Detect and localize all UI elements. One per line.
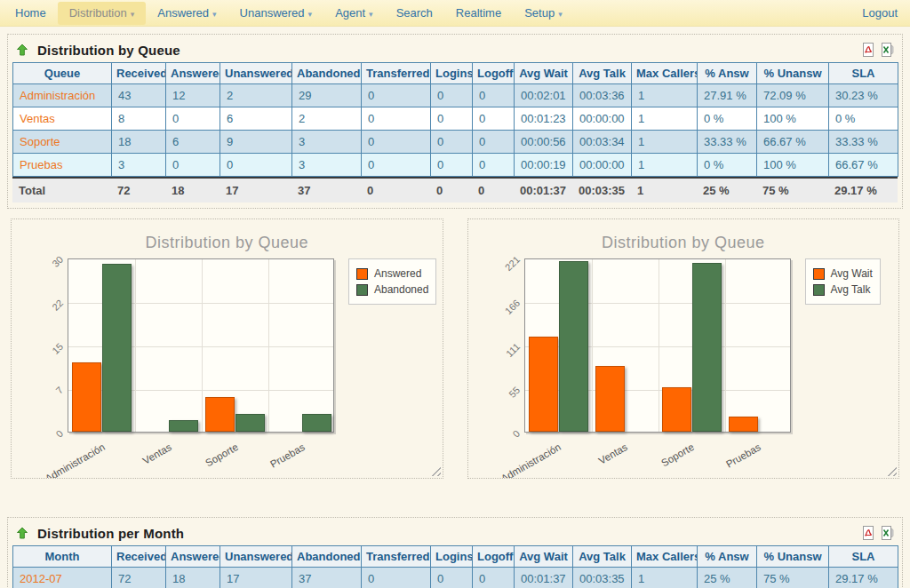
bar-abandoned-ventas — [169, 420, 198, 432]
column-header-unanswered: Unanswered — [220, 546, 292, 568]
excel-export-icon[interactable] — [880, 526, 894, 540]
cell: 00:00:56 — [515, 131, 573, 154]
cell: 75 % — [757, 568, 829, 588]
bar-abandoned-pruebas — [302, 414, 331, 432]
section-title: Distribution by Queue — [37, 43, 180, 58]
chart-title: Distribution by Queue — [468, 234, 899, 252]
cell: 0 — [473, 84, 515, 107]
pdf-export-icon[interactable] — [861, 526, 875, 540]
cell: 2 — [292, 107, 362, 131]
chevron-down-icon: ▾ — [131, 10, 135, 19]
cell: 0 — [362, 84, 431, 107]
cell: 43 — [112, 84, 166, 107]
nav-item-answered[interactable]: Answered▾ — [146, 2, 228, 25]
data-table: QueueReceivedAnsweredUnansweredAbandoned… — [12, 62, 898, 177]
column-header-transferred: Transferred — [362, 546, 431, 568]
nav-item-distribution[interactable]: Distribution▾ — [58, 2, 147, 25]
legend-label: Avg Wait — [831, 267, 873, 280]
bar-avg-talk-soporte — [692, 263, 722, 432]
y-axis-tick-label: 15 — [32, 341, 65, 374]
column-header--answ: % Answ — [698, 546, 757, 568]
column-header-received: Received — [112, 63, 166, 84]
total-label: Total — [12, 178, 111, 203]
nav-item-search[interactable]: Search — [385, 2, 444, 25]
legend-swatch — [356, 284, 368, 296]
nav-item-home[interactable]: Home — [4, 2, 58, 25]
resize-handle-icon[interactable] — [887, 466, 897, 476]
cell: 100 % — [757, 107, 829, 131]
nav-logout[interactable]: Logout — [862, 6, 898, 20]
cell: 1 — [632, 107, 698, 131]
total-cell: 0 — [361, 178, 430, 203]
arrow-up-icon[interactable] — [15, 526, 29, 540]
cell: 100 % — [757, 154, 829, 177]
nav-item-setup[interactable]: Setup▾ — [513, 2, 574, 25]
column-header-answered: Answered — [166, 63, 220, 84]
queue-link[interactable]: Ventas — [13, 107, 112, 131]
section-distribution-per-month: Distribution per Month MonthReceivedAnsw… — [7, 517, 903, 588]
nav-item-label: Answered — [157, 6, 209, 20]
column-header-logins: Logins — [431, 546, 473, 568]
month-link[interactable]: 2012-07 — [13, 568, 112, 588]
nav-item-agent[interactable]: Agent▾ — [323, 2, 385, 25]
table-row: Pruebas300300000:00:1900:00:0010 %100 %6… — [13, 154, 898, 177]
cell: 9 — [220, 131, 292, 154]
y-axis-tick-label: 0 — [32, 428, 65, 461]
excel-export-icon[interactable] — [880, 43, 894, 57]
total-cell: 1 — [631, 178, 697, 203]
cell: 12 — [166, 84, 220, 107]
total-cell: 00:01:37 — [514, 178, 572, 203]
cell: 0 — [362, 568, 431, 588]
total-row: Total7218173700000:01:3700:03:35125 %75 … — [12, 178, 898, 203]
header-row: QueueReceivedAnsweredUnansweredAbandoned… — [13, 63, 898, 84]
cell: 1 — [632, 154, 698, 177]
cell: 0 % — [698, 154, 757, 177]
chevron-down-icon: ▾ — [369, 10, 373, 19]
resize-handle-icon[interactable] — [431, 466, 441, 476]
cell: 37 — [292, 568, 362, 588]
chart-times-by-queue: Distribution by Queue055111166221Adminis… — [467, 219, 900, 479]
queue-link[interactable]: Soporte — [13, 131, 112, 154]
total-cell: 37 — [291, 178, 361, 203]
cell: 00:03:34 — [573, 131, 632, 154]
cell: 0 — [362, 154, 431, 177]
legend-item: Avg Wait — [813, 267, 873, 280]
section-header: Distribution by Queue — [12, 39, 898, 60]
chevron-down-icon: ▾ — [558, 10, 563, 19]
section-title: Distribution per Month — [37, 526, 184, 541]
nav-item-label: Agent — [335, 6, 365, 20]
total-cell: 75 % — [756, 178, 828, 203]
cell: 66.67 % — [757, 131, 829, 154]
section-distribution-by-queue: Distribution by Queue QueueReceivedAnswe… — [7, 34, 903, 209]
column-header-max-callers: Max Callers — [632, 63, 698, 84]
cell: 3 — [292, 131, 362, 154]
nav-item-label: Unanswered — [240, 6, 305, 20]
column-header-unanswered: Unanswered — [220, 63, 292, 84]
pdf-export-icon[interactable] — [861, 43, 875, 57]
cell: 18 — [166, 568, 220, 588]
table-row: Soporte1869300000:00:5600:03:34133.33 %6… — [13, 131, 898, 154]
cell: 00:00:00 — [573, 154, 632, 177]
legend-label: Answered — [374, 267, 421, 280]
cell: 3 — [292, 154, 362, 177]
legend-label: Avg Talk — [831, 283, 871, 296]
data-table: MonthReceivedAnsweredUnansweredAbandoned… — [12, 545, 898, 588]
arrow-up-icon[interactable] — [15, 43, 29, 57]
y-axis-tick-label: 30 — [32, 254, 65, 287]
cell: 6 — [220, 107, 292, 131]
chart-plot-area — [524, 258, 791, 433]
cell: 00:01:23 — [515, 107, 573, 131]
column-header-abandoned: Abandoned — [292, 63, 362, 84]
nav-item-unanswered[interactable]: Unanswered▾ — [228, 2, 324, 25]
column-header-logoff: Logoff — [473, 546, 515, 568]
legend-item: Avg Talk — [813, 283, 873, 296]
cell: 25 % — [698, 568, 757, 588]
queue-link[interactable]: Administración — [13, 84, 112, 107]
queue-link[interactable]: Pruebas — [13, 154, 112, 177]
cell: 29 — [292, 84, 362, 107]
cell: 0 % — [698, 107, 757, 131]
column-header-logins: Logins — [431, 63, 473, 84]
column-header-sla: SLA — [829, 546, 898, 568]
total-cell: 72 — [111, 178, 165, 203]
nav-item-realtime[interactable]: Realtime — [444, 2, 513, 25]
